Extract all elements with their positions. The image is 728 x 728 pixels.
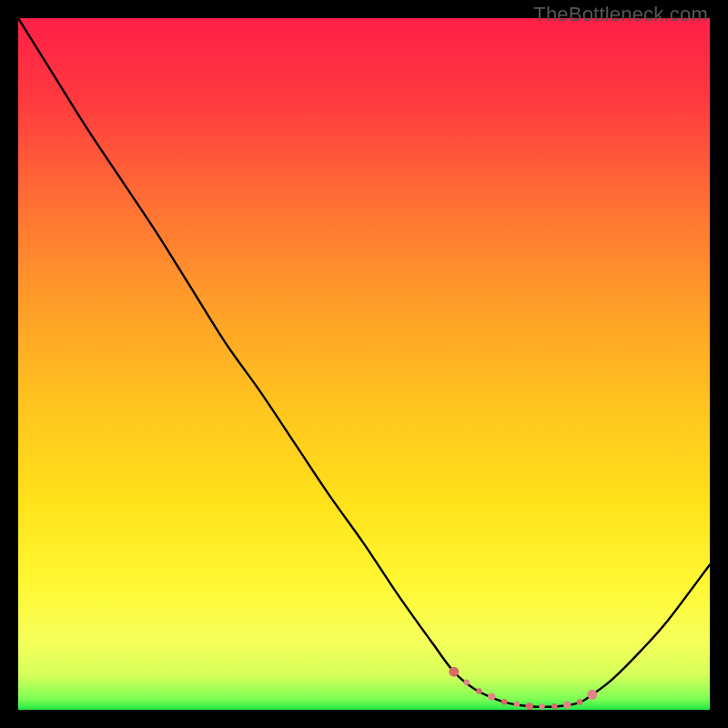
optimal-marker-dot xyxy=(488,693,495,700)
watermark-text: TheBottleneck.com xyxy=(533,3,708,26)
optimal-marker-dot xyxy=(526,703,533,710)
optimal-marker-dot xyxy=(514,701,520,706)
optimal-marker-dot xyxy=(577,699,582,704)
optimal-marker-dot xyxy=(539,703,544,709)
optimal-marker-dot xyxy=(563,701,571,708)
chart-frame xyxy=(18,18,710,710)
bottleneck-curve-chart xyxy=(18,18,710,710)
optimal-marker-dot xyxy=(463,680,469,685)
gradient-background xyxy=(18,18,710,710)
optimal-marker-dot xyxy=(449,667,459,677)
optimal-marker-dot xyxy=(501,699,507,704)
optimal-marker-dot xyxy=(476,688,481,693)
optimal-marker-dot xyxy=(551,703,557,709)
optimal-marker-dot xyxy=(587,690,597,700)
